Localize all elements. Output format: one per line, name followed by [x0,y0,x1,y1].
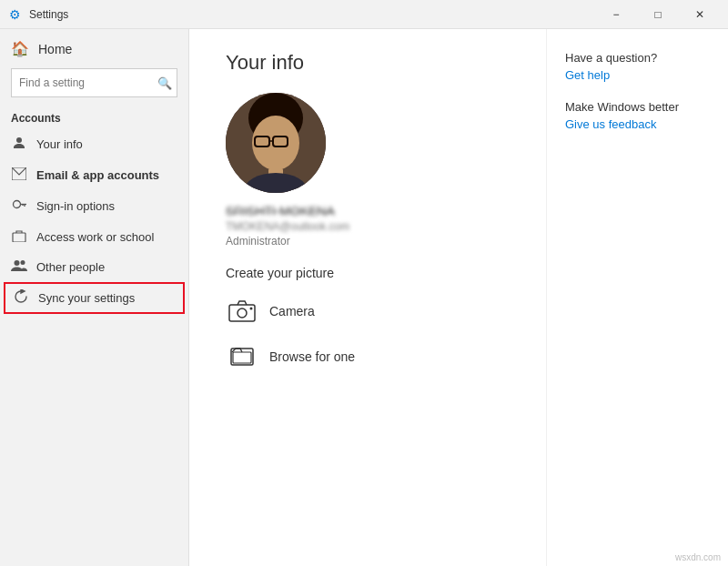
main-content: Your info [189,29,546,566]
app-icon: ⚙ [7,7,22,22]
sidebar-item-your-info-label: Your info [36,137,83,151]
sidebar-section-label: Accounts [0,105,188,128]
key-icon [11,197,27,215]
feedback-section: Make Windows better Give us feedback [565,100,710,131]
svg-marker-8 [21,289,25,293]
svg-point-7 [21,260,25,265]
get-help-link[interactable]: Get help [565,68,710,82]
browse-label: Browse for one [269,349,355,364]
avatar-section: SRISHTI MOKENA TMOKENA@outlook.com Admin… [226,93,510,248]
search-input[interactable] [11,68,177,97]
sidebar-item-signin-label: Sign-in options [36,199,115,213]
person-icon [11,136,27,153]
camera-option[interactable]: Camera [226,295,510,328]
sidebar-item-sync-settings[interactable]: Sync your settings [4,282,185,314]
camera-label: Camera [269,304,315,318]
sidebar-item-sign-in[interactable]: Sign-in options [0,190,188,222]
svg-point-1 [14,201,21,208]
windows-better-title: Make Windows better [565,100,710,114]
svg-point-19 [238,308,247,318]
help-section: Have a question? Get help [565,51,710,82]
create-picture-title: Create your picture [226,266,510,280]
browse-icon [226,340,258,373]
avatar-image [226,93,326,193]
title-bar-title: Settings [29,8,595,21]
feedback-link[interactable]: Give us feedback [565,117,710,131]
sidebar-item-home[interactable]: 🏠 Home [0,33,188,65]
sidebar-item-other-people[interactable]: Other people [0,252,188,282]
svg-point-6 [15,260,20,266]
search-box: 🔍 [11,68,177,97]
window-controls: − □ ✕ [595,0,721,29]
app-body: 🏠 Home 🔍 Accounts Your info Email & app … [0,29,728,566]
sidebar-item-access-work[interactable]: Access work or school [0,222,188,252]
close-button[interactable]: ✕ [679,0,721,29]
sidebar-item-work-label: Access work or school [36,230,154,244]
svg-point-12 [252,116,299,170]
user-role: Administrator [226,235,290,248]
briefcase-icon [11,229,27,245]
sidebar-item-other-people-label: Other people [36,260,105,274]
home-icon: 🏠 [11,40,29,57]
watermark: wsxdn.com [675,552,721,562]
sidebar-item-your-info[interactable]: Your info [0,128,188,160]
svg-point-20 [250,308,253,310]
sidebar-item-email-app-accounts[interactable]: Email & app accounts [0,160,188,190]
avatar [226,93,326,193]
camera-icon [226,295,258,328]
minimize-button[interactable]: − [595,0,637,29]
group-icon [11,259,27,275]
home-label: Home [38,42,72,56]
search-icon: 🔍 [157,76,172,90]
svg-rect-22 [233,352,251,363]
svg-rect-5 [13,233,25,242]
sidebar: 🏠 Home 🔍 Accounts Your info Email & app … [0,29,189,566]
title-bar: ⚙ Settings − □ ✕ [0,0,728,29]
have-question-title: Have a question? [565,51,710,65]
right-panel: Have a question? Get help Make Windows b… [546,29,728,566]
sidebar-item-email-label: Email & app accounts [36,168,159,182]
user-email: TMOKENA@outlook.com [226,220,349,233]
browse-option[interactable]: Browse for one [226,340,510,373]
page-title: Your info [226,51,510,75]
sidebar-item-sync-label: Sync your settings [38,291,135,305]
user-name: SRISHTI MOKENA [226,204,335,218]
sync-icon [13,289,29,307]
maximize-button[interactable]: □ [637,0,679,29]
email-icon [11,167,27,183]
